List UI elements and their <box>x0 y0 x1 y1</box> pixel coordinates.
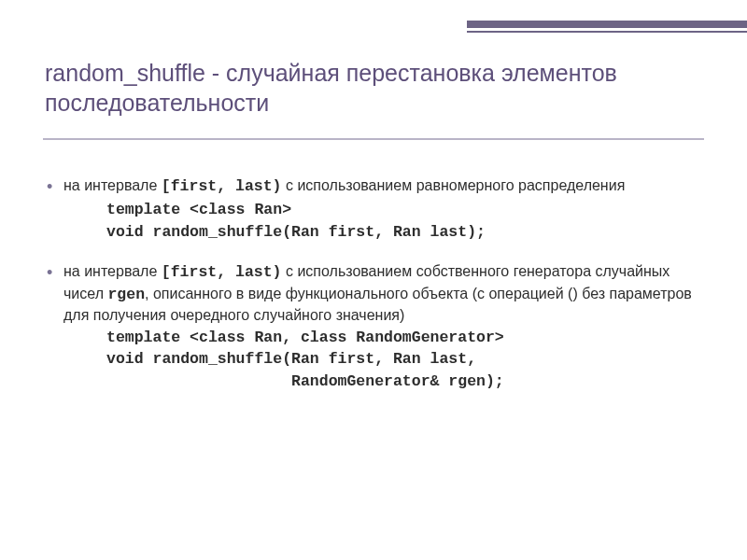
slide-content: на интервале [first, last) с использован… <box>45 175 706 392</box>
b1-line2: void random_shuffle(Ran first, Ran last)… <box>45 221 706 243</box>
b2-pre: на интервале <box>63 263 162 279</box>
spacer <box>45 243 706 261</box>
top-decoration <box>0 17 747 37</box>
b2-line3: RandomGenerator& rgen); <box>45 371 706 392</box>
bullet-1: на интервале [first, last) с использован… <box>45 175 706 197</box>
b1-code1: [first, last) <box>162 177 282 195</box>
b1-post: с использованием равномерного распределе… <box>282 177 626 193</box>
bullet-2: на интервале [first, last) с использован… <box>45 261 706 327</box>
b2-line1: template <class Ran, class RandomGenerat… <box>45 327 706 348</box>
title-underline <box>43 138 704 140</box>
b2-code1: [first, last) <box>162 263 282 281</box>
b1-pre: на интервале <box>63 177 162 193</box>
b2-code2: rgen <box>107 286 145 303</box>
thin-bar <box>467 31 747 33</box>
slide: random_shuffle - случайная перестановка … <box>0 0 747 560</box>
b2-line2: void random_shuffle(Ran first, Ran last, <box>45 348 706 370</box>
thick-bar <box>467 21 747 28</box>
b2-post: , описанного в виде функционального объе… <box>63 286 692 323</box>
b1-line1: template <class Ran> <box>45 199 706 220</box>
slide-title: random_shuffle - случайная перестановка … <box>45 58 702 118</box>
